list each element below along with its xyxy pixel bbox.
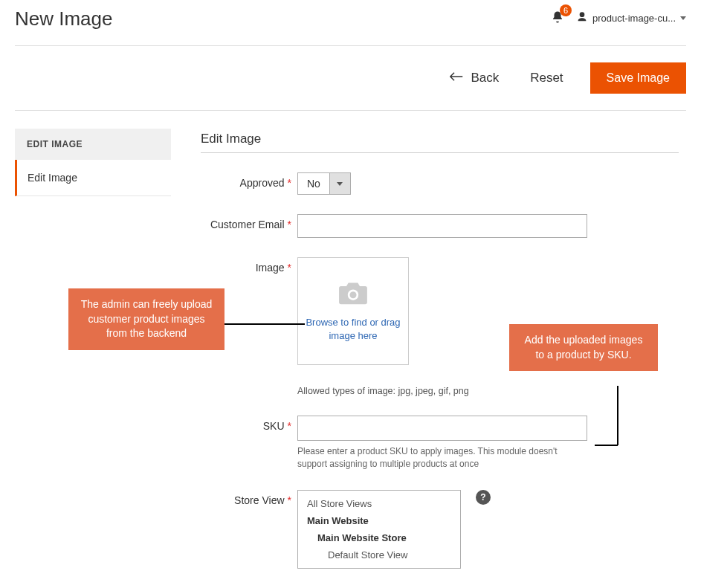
chevron-down-icon xyxy=(680,16,686,20)
user-icon xyxy=(576,11,588,25)
storeview-option[interactable]: Main Website xyxy=(298,512,460,529)
storeview-select[interactable]: All Store ViewsMain WebsiteMain Website … xyxy=(297,490,461,569)
annotation-connector xyxy=(224,323,305,325)
chevron-down-icon xyxy=(337,182,343,186)
customer-email-label: Customer Email* xyxy=(201,214,297,230)
back-label: Back xyxy=(471,71,499,85)
customer-email-input[interactable] xyxy=(297,214,587,238)
bell-icon xyxy=(551,14,564,26)
save-image-button[interactable]: Save Image xyxy=(590,62,686,94)
divider xyxy=(201,152,679,153)
approved-value: No xyxy=(298,173,329,194)
storeview-option[interactable]: All Store Views xyxy=(298,495,460,512)
reset-button[interactable]: Reset xyxy=(526,70,567,86)
annotation-callout-upload: The admin can freely upload customer pro… xyxy=(68,288,224,350)
sidebar-item-edit-image[interactable]: Edit Image xyxy=(15,160,171,196)
annotation-connector xyxy=(595,445,618,446)
sku-hint: Please enter a product SKU to apply imag… xyxy=(297,445,587,471)
approved-select[interactable]: No xyxy=(297,172,351,195)
svg-point-1 xyxy=(350,291,357,298)
storeview-label: Store View* xyxy=(201,490,297,506)
annotation-connector xyxy=(617,386,618,445)
help-icon[interactable]: ? xyxy=(476,490,491,505)
approved-dropdown-toggle[interactable] xyxy=(329,173,350,194)
storeview-option[interactable]: Main Website Store xyxy=(298,529,460,546)
page-title: New Image xyxy=(15,7,113,30)
username-label: product-image-cu... xyxy=(592,13,676,24)
back-button[interactable]: Back xyxy=(445,70,503,86)
image-hint: Allowed types of image: jpg, jpeg, gif, … xyxy=(297,386,647,396)
arrow-left-icon xyxy=(450,71,463,85)
user-menu[interactable]: product-image-cu... xyxy=(576,11,686,25)
image-uploader[interactable]: Browse to find or drag image here xyxy=(297,257,409,365)
image-label: Image* xyxy=(201,257,297,274)
notifications-button[interactable]: 6 xyxy=(551,10,564,26)
upload-text: Browse to find or drag image here xyxy=(298,316,408,343)
sku-label: SKU* xyxy=(201,416,297,432)
annotation-callout-sku: Add the uploaded images to a product by … xyxy=(509,324,658,371)
approved-label: Approved* xyxy=(201,172,297,189)
camera-icon xyxy=(337,280,369,308)
section-title: Edit Image xyxy=(201,132,679,146)
storeview-option[interactable]: Default Store View xyxy=(298,546,460,563)
sku-input[interactable] xyxy=(297,416,587,441)
notification-badge: 6 xyxy=(560,4,572,16)
sidebar-header: EDIT IMAGE xyxy=(15,129,171,160)
